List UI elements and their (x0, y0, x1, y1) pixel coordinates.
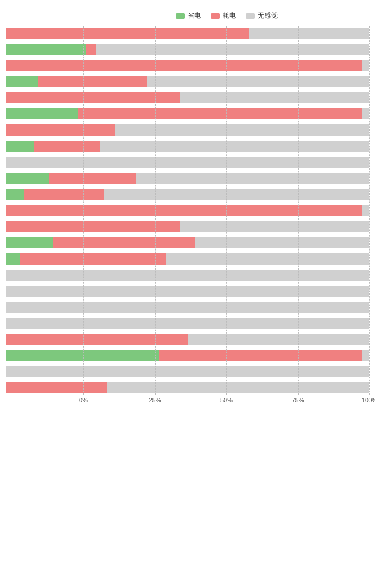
grid-line (369, 26, 370, 395)
chart-container: 省电耗电无感觉 iPhone 11iPhone 11 ProiPhone 11 … (0, 6, 375, 430)
bar-label: iPhone SE 第3代 (0, 320, 6, 327)
bar-row: iPhone 11 Pro (6, 42, 369, 57)
bar-label: iPhone 8 Plus (0, 287, 6, 295)
legend-swatch (211, 13, 220, 19)
segment-pink (86, 44, 97, 55)
bar-track (6, 286, 369, 297)
bar-track (6, 253, 369, 265)
x-tick: 100% (362, 397, 375, 403)
bar-track (6, 124, 369, 136)
bar-row: iPhone 12 Pro Max (6, 123, 369, 137)
segment-green (6, 141, 34, 152)
segment-pink (6, 205, 362, 216)
bar-label: iPhone 11 Pro (0, 46, 6, 53)
segment-pink (6, 221, 180, 232)
bar-row: iPhone 12 mini (6, 91, 369, 105)
legend-item: 耗电 (211, 11, 236, 21)
segment-pink (6, 124, 115, 136)
bar-label: iPhone 14 Pro (0, 239, 6, 247)
bar-label: iPhone 13 (0, 142, 6, 150)
segment-green (6, 173, 49, 184)
bar-label: iPhone 13 Pro Max (0, 187, 6, 202)
bar-track (6, 350, 369, 361)
bar-track (6, 318, 369, 329)
x-tick: 25% (149, 397, 161, 403)
bar-row: iPhone SE 第2代 (6, 300, 369, 315)
bar-row: iPhone 13 mini (6, 155, 369, 170)
bar-row: iPhone SE 第3代 (6, 316, 369, 331)
bar-row: iPhone X (6, 332, 369, 347)
legend-swatch (246, 13, 255, 19)
bar-track (6, 76, 369, 87)
legend-item: 省电 (176, 11, 201, 21)
segment-green (6, 189, 24, 200)
bar-label: iPhone 13 Pro (0, 175, 6, 182)
bar-label: iPhone 12 Pro Max (0, 122, 6, 138)
legend-item: 无感觉 (246, 11, 278, 21)
bar-track (6, 157, 369, 168)
bar-track (6, 302, 369, 313)
bar-label: iPhone 12 mini (0, 94, 6, 102)
bar-row: iPhone 14 Pro Max (6, 252, 369, 266)
bar-track (6, 28, 369, 39)
x-tick: 50% (220, 397, 233, 403)
legend-label: 省电 (187, 11, 201, 21)
bar-row: iPhone 11 (6, 26, 369, 41)
bar-label: iPhone SE 第2代 (0, 303, 6, 311)
bar-track (6, 92, 369, 103)
bar-track (6, 382, 369, 393)
legend-label: 耗电 (223, 11, 236, 21)
bar-label: iPhone XS (0, 368, 6, 376)
segment-green (6, 44, 86, 55)
bar-row: iPhone 12 Pro (6, 107, 369, 121)
legend: 省电耗电无感觉 (83, 11, 369, 21)
segment-pink (20, 253, 166, 265)
bar-track (6, 141, 369, 152)
bar-row: iPhone XR (6, 348, 369, 363)
segment-green (6, 76, 38, 87)
bar-label: iPhone 12 (0, 78, 6, 86)
bar-row: iPhone XS Max (6, 381, 369, 395)
bar-row: iPhone 12 (6, 74, 369, 89)
bar-track (6, 173, 369, 184)
bar-track (6, 237, 369, 248)
segment-pink (159, 350, 362, 361)
bar-label: iPhone 14 Pro Max (0, 251, 6, 267)
segment-green (6, 108, 78, 119)
bar-label: iPhone 11 (0, 29, 6, 37)
bar-track (6, 221, 369, 232)
bar-track (6, 44, 369, 55)
segment-pink (24, 189, 104, 200)
bar-row: iPhone 14 (6, 203, 369, 218)
segment-green (6, 253, 20, 265)
bar-track (6, 189, 369, 200)
bar-label: iPhone XS Max (0, 384, 6, 392)
segment-pink (49, 173, 136, 184)
x-tick: 0% (79, 397, 88, 403)
bar-track (6, 205, 369, 216)
segment-pink (38, 76, 147, 87)
segment-green (6, 237, 53, 248)
bar-row: iPhone 11 Pro Max (6, 58, 369, 73)
bar-row: iPhone 13 Pro Max (6, 187, 369, 202)
bar-label: iPhone 8 (0, 271, 6, 279)
segment-pink (34, 141, 100, 152)
segment-green (6, 350, 159, 361)
bar-label: iPhone 14 (0, 207, 6, 215)
x-tick: 75% (292, 397, 304, 403)
bar-row: iPhone 8 (6, 268, 369, 282)
segment-pink (53, 237, 195, 248)
segment-pink (6, 92, 180, 103)
bar-row: iPhone 8 Plus (6, 284, 369, 298)
bar-label: iPhone 11 Pro Max (0, 58, 6, 73)
segment-pink (6, 382, 107, 393)
bar-row: iPhone 13 (6, 139, 369, 153)
bar-label: iPhone 14 Plus (0, 223, 6, 231)
bar-row: iPhone 13 Pro (6, 171, 369, 186)
segment-pink (78, 108, 362, 119)
bar-track (6, 334, 369, 345)
bar-label: iPhone X (0, 336, 6, 343)
bar-track (6, 60, 369, 71)
legend-label: 无感觉 (258, 11, 278, 21)
bar-row: iPhone 14 Pro (6, 236, 369, 250)
